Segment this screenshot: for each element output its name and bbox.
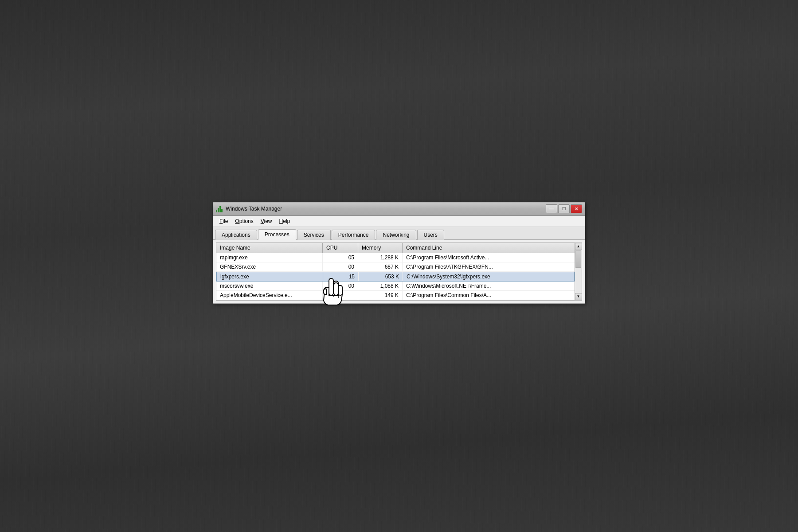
menu-file[interactable]: File [216,217,231,225]
cell-image-name: mscorsvw.exe [216,282,323,290]
menu-bar: File Options View Help [213,216,585,227]
title-bar: Windows Task Manager — ❐ ✕ [213,203,585,216]
cell-cpu [323,291,358,300]
window-controls: — ❐ ✕ [546,204,582,213]
table-row[interactable]: mscorsvw.exe 00 1,088 K C:\Windows\Micro… [216,282,575,291]
title-bar-left: Windows Task Manager [216,205,282,212]
cell-memory: 1,288 K [358,253,403,262]
cell-command: C:\Program Files\ATKGFNEX\GFN... [403,262,575,271]
cell-image-name: GFNEXSrv.exe [216,262,323,271]
cell-memory: 149 K [358,291,403,300]
scroll-thumb[interactable] [575,250,581,268]
cell-image-name: rapimgr.exe [216,253,323,262]
col-cpu[interactable]: CPU [323,243,358,253]
table-row[interactable]: AppleMobileDeviceService.e... 149 K C:\P… [216,291,575,300]
cell-memory: 687 K [358,262,403,271]
scroll-wrapper: Image Name CPU Memory Command Line rapim… [216,243,582,300]
table-row[interactable]: rapimgr.exe 05 1,288 K C:\Program Files\… [216,253,575,262]
tab-services[interactable]: Services [297,230,331,240]
menu-help[interactable]: Help [276,217,294,225]
col-memory[interactable]: Memory [358,243,403,253]
scroll-down-button[interactable]: ▼ [575,293,582,300]
table-content: Image Name CPU Memory Command Line rapim… [216,243,575,300]
col-command-line[interactable]: Command Line [403,243,575,253]
col-image-name[interactable]: Image Name [216,243,323,253]
cell-image-name: AppleMobileDeviceService.e... [216,291,323,300]
scrollbar[interactable]: ▲ ▼ [575,243,582,300]
task-manager-icon [216,205,223,212]
menu-view[interactable]: View [257,217,276,225]
minimize-button[interactable]: — [546,204,557,213]
cell-memory: 653 K [359,272,403,281]
cell-command: C:\Windows\System32\igfxpers.exe [403,272,574,281]
cell-memory: 1,088 K [358,282,403,290]
cell-command: C:\Program Files\Common Files\A... [403,291,575,300]
content-area: Image Name CPU Memory Command Line rapim… [213,240,585,303]
menu-options[interactable]: Options [231,217,257,225]
table-header: Image Name CPU Memory Command Line [216,243,575,253]
cell-command: C:\Program Files\Microsoft Active... [403,253,575,262]
cell-cpu: 00 [323,262,358,271]
tab-users[interactable]: Users [417,230,444,240]
tab-performance[interactable]: Performance [332,230,376,240]
tab-networking[interactable]: Networking [376,230,416,240]
scroll-up-button[interactable]: ▲ [575,243,582,250]
close-button[interactable]: ✕ [571,204,582,213]
cell-image-name: igfxpers.exe [217,272,323,281]
table-body: rapimgr.exe 05 1,288 K C:\Program Files\… [216,253,575,300]
table-row-selected[interactable]: igfxpers.exe 15 653 K C:\Windows\System3… [216,272,575,282]
tabs-bar: Applications Processes Services Performa… [213,227,585,240]
tab-processes[interactable]: Processes [258,229,296,240]
cell-cpu: 00 [323,282,358,290]
cell-cpu: 05 [323,253,358,262]
cell-cpu: 15 [323,272,359,281]
process-table: Image Name CPU Memory Command Line rapim… [216,243,582,301]
tab-applications[interactable]: Applications [215,230,257,240]
task-manager-window: Windows Task Manager — ❐ ✕ File Options … [213,202,585,304]
restore-button[interactable]: ❐ [558,204,570,213]
cell-command: C:\Windows\Microsoft.NET\Frame... [403,282,575,290]
scroll-track[interactable] [575,250,582,293]
window-title: Windows Task Manager [226,206,282,212]
table-row[interactable]: GFNEXSrv.exe 00 687 K C:\Program Files\A… [216,262,575,272]
